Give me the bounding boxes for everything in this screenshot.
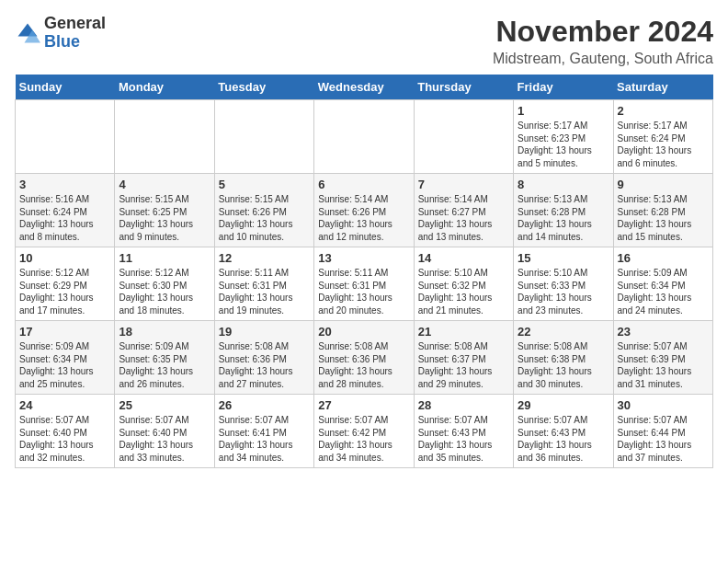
calendar-cell: 7Sunrise: 5:14 AM Sunset: 6:27 PM Daylig…	[414, 174, 513, 247]
day-number: 13	[318, 251, 409, 265]
day-number: 28	[418, 398, 509, 412]
weekday-header-row: SundayMondayTuesdayWednesdayThursdayFrid…	[16, 75, 713, 100]
day-info: Sunrise: 5:09 AM Sunset: 6:34 PM Dayligh…	[19, 340, 110, 390]
calendar-cell: 22Sunrise: 5:08 AM Sunset: 6:38 PM Dayli…	[514, 321, 613, 395]
calendar-week-3: 17Sunrise: 5:09 AM Sunset: 6:34 PM Dayli…	[16, 321, 713, 395]
calendar-cell: 24Sunrise: 5:07 AM Sunset: 6:40 PM Dayli…	[16, 395, 115, 468]
calendar-cell: 3Sunrise: 5:16 AM Sunset: 6:24 PM Daylig…	[16, 174, 115, 247]
weekday-header-monday: Monday	[115, 75, 214, 100]
day-info: Sunrise: 5:07 AM Sunset: 6:40 PM Dayligh…	[19, 414, 110, 464]
day-number: 1	[518, 104, 609, 118]
weekday-header-wednesday: Wednesday	[314, 75, 414, 100]
calendar-cell: 8Sunrise: 5:13 AM Sunset: 6:28 PM Daylig…	[514, 174, 613, 247]
calendar-cell: 21Sunrise: 5:08 AM Sunset: 6:37 PM Dayli…	[414, 321, 513, 395]
calendar-cell: 29Sunrise: 5:07 AM Sunset: 6:43 PM Dayli…	[514, 395, 613, 468]
calendar-cell: 15Sunrise: 5:10 AM Sunset: 6:33 PM Dayli…	[514, 247, 613, 321]
header: General Blue November 2024 Midstream, Ga…	[15, 15, 713, 67]
day-info: Sunrise: 5:10 AM Sunset: 6:32 PM Dayligh…	[418, 267, 509, 316]
day-number: 7	[418, 178, 509, 191]
day-info: Sunrise: 5:12 AM Sunset: 6:30 PM Dayligh…	[119, 267, 210, 316]
calendar-cell: 18Sunrise: 5:09 AM Sunset: 6:35 PM Dayli…	[115, 321, 214, 395]
day-info: Sunrise: 5:08 AM Sunset: 6:37 PM Dayligh…	[418, 340, 509, 390]
calendar-week-0: 1Sunrise: 5:17 AM Sunset: 6:23 PM Daylig…	[16, 100, 713, 174]
day-number: 8	[518, 178, 609, 191]
day-number: 23	[618, 325, 709, 339]
calendar-cell: 16Sunrise: 5:09 AM Sunset: 6:34 PM Dayli…	[613, 247, 712, 321]
calendar-cell	[16, 100, 115, 174]
day-number: 16	[618, 251, 709, 265]
calendar-cell: 23Sunrise: 5:07 AM Sunset: 6:39 PM Dayli…	[613, 321, 712, 395]
day-number: 14	[418, 251, 509, 265]
day-info: Sunrise: 5:14 AM Sunset: 6:27 PM Dayligh…	[418, 193, 509, 243]
weekday-header-saturday: Saturday	[613, 75, 712, 100]
day-info: Sunrise: 5:08 AM Sunset: 6:36 PM Dayligh…	[219, 340, 310, 390]
calendar-cell: 6Sunrise: 5:14 AM Sunset: 6:26 PM Daylig…	[314, 174, 414, 247]
day-number: 26	[219, 398, 310, 412]
calendar-cell: 9Sunrise: 5:13 AM Sunset: 6:28 PM Daylig…	[613, 174, 712, 247]
day-info: Sunrise: 5:13 AM Sunset: 6:28 PM Dayligh…	[518, 193, 609, 243]
calendar-cell: 5Sunrise: 5:15 AM Sunset: 6:26 PM Daylig…	[214, 174, 313, 247]
day-number: 22	[518, 325, 609, 339]
title-block: November 2024 Midstream, Gauteng, South …	[493, 15, 713, 67]
day-info: Sunrise: 5:07 AM Sunset: 6:42 PM Dayligh…	[318, 414, 409, 464]
calendar-cell: 20Sunrise: 5:08 AM Sunset: 6:36 PM Dayli…	[314, 321, 414, 395]
day-number: 9	[618, 178, 709, 191]
calendar-cell: 27Sunrise: 5:07 AM Sunset: 6:42 PM Dayli…	[314, 395, 414, 468]
weekday-header-tuesday: Tuesday	[214, 75, 313, 100]
day-number: 15	[518, 251, 609, 265]
calendar-week-2: 10Sunrise: 5:12 AM Sunset: 6:29 PM Dayli…	[16, 247, 713, 321]
calendar-cell: 19Sunrise: 5:08 AM Sunset: 6:36 PM Dayli…	[214, 321, 313, 395]
calendar-cell: 17Sunrise: 5:09 AM Sunset: 6:34 PM Dayli…	[16, 321, 115, 395]
calendar-cell: 12Sunrise: 5:11 AM Sunset: 6:31 PM Dayli…	[214, 247, 313, 321]
day-number: 4	[119, 178, 210, 191]
location-subtitle: Midstream, Gauteng, South Africa	[493, 51, 713, 67]
day-number: 25	[119, 398, 210, 412]
day-number: 5	[219, 178, 310, 191]
day-info: Sunrise: 5:13 AM Sunset: 6:28 PM Dayligh…	[618, 193, 709, 243]
day-info: Sunrise: 5:17 AM Sunset: 6:23 PM Dayligh…	[518, 120, 609, 169]
logo-text: General Blue	[44, 15, 106, 52]
calendar-cell: 30Sunrise: 5:07 AM Sunset: 6:44 PM Dayli…	[613, 395, 712, 468]
day-info: Sunrise: 5:07 AM Sunset: 6:44 PM Dayligh…	[618, 414, 709, 464]
day-info: Sunrise: 5:10 AM Sunset: 6:33 PM Dayligh…	[518, 267, 609, 316]
calendar-cell: 1Sunrise: 5:17 AM Sunset: 6:23 PM Daylig…	[514, 100, 613, 174]
day-info: Sunrise: 5:07 AM Sunset: 6:40 PM Dayligh…	[119, 414, 210, 464]
day-number: 18	[119, 325, 210, 339]
weekday-header-sunday: Sunday	[16, 75, 115, 100]
calendar-table: SundayMondayTuesdayWednesdayThursdayFrid…	[15, 75, 713, 468]
day-number: 24	[19, 398, 110, 412]
day-number: 21	[418, 325, 509, 339]
calendar-cell: 25Sunrise: 5:07 AM Sunset: 6:40 PM Dayli…	[115, 395, 214, 468]
logo-icon	[15, 20, 40, 46]
calendar-cell: 4Sunrise: 5:15 AM Sunset: 6:25 PM Daylig…	[115, 174, 214, 247]
calendar-week-4: 24Sunrise: 5:07 AM Sunset: 6:40 PM Dayli…	[16, 395, 713, 468]
calendar-cell: 2Sunrise: 5:17 AM Sunset: 6:24 PM Daylig…	[613, 100, 712, 174]
day-number: 11	[119, 251, 210, 265]
day-info: Sunrise: 5:07 AM Sunset: 6:43 PM Dayligh…	[518, 414, 609, 464]
day-info: Sunrise: 5:17 AM Sunset: 6:24 PM Dayligh…	[618, 120, 709, 169]
day-info: Sunrise: 5:14 AM Sunset: 6:26 PM Dayligh…	[318, 193, 409, 243]
day-number: 29	[518, 398, 609, 412]
calendar-cell: 14Sunrise: 5:10 AM Sunset: 6:32 PM Dayli…	[414, 247, 513, 321]
day-number: 10	[19, 251, 110, 265]
day-info: Sunrise: 5:11 AM Sunset: 6:31 PM Dayligh…	[219, 267, 310, 316]
calendar-header: SundayMondayTuesdayWednesdayThursdayFrid…	[16, 75, 713, 100]
month-title: November 2024	[493, 15, 713, 49]
day-number: 6	[318, 178, 409, 191]
day-info: Sunrise: 5:07 AM Sunset: 6:41 PM Dayligh…	[219, 414, 310, 464]
day-info: Sunrise: 5:07 AM Sunset: 6:39 PM Dayligh…	[618, 340, 709, 390]
day-number: 2	[618, 104, 709, 118]
day-info: Sunrise: 5:08 AM Sunset: 6:36 PM Dayligh…	[318, 340, 409, 390]
logo: General Blue	[15, 15, 106, 52]
calendar-cell	[115, 100, 214, 174]
calendar-cell: 28Sunrise: 5:07 AM Sunset: 6:43 PM Dayli…	[414, 395, 513, 468]
calendar-cell	[314, 100, 414, 174]
weekday-header-thursday: Thursday	[414, 75, 513, 100]
day-number: 12	[219, 251, 310, 265]
day-info: Sunrise: 5:15 AM Sunset: 6:25 PM Dayligh…	[119, 193, 210, 243]
day-info: Sunrise: 5:09 AM Sunset: 6:34 PM Dayligh…	[618, 267, 709, 316]
calendar-cell: 11Sunrise: 5:12 AM Sunset: 6:30 PM Dayli…	[115, 247, 214, 321]
weekday-header-friday: Friday	[514, 75, 613, 100]
day-info: Sunrise: 5:11 AM Sunset: 6:31 PM Dayligh…	[318, 267, 409, 316]
day-number: 20	[318, 325, 409, 339]
